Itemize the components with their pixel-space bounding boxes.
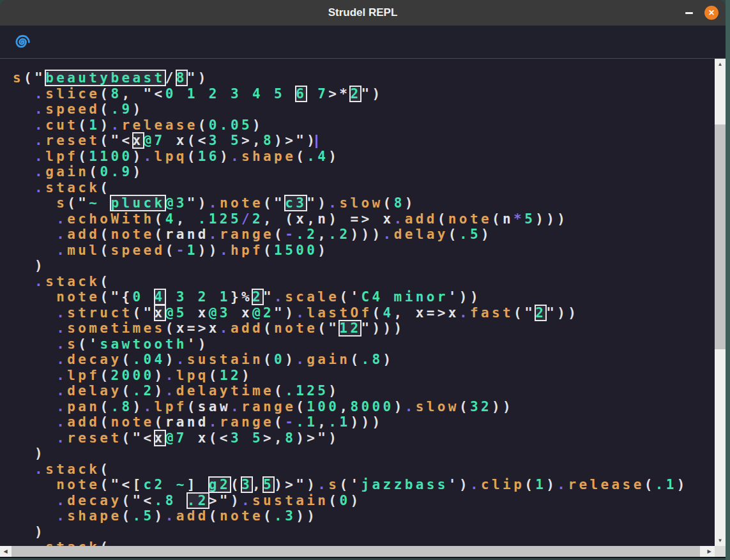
code-line: .reset("<x@7 x(<3 5>,8)>") [13,133,715,149]
code-token: ( [328,493,339,508]
code-token: ( [524,477,535,492]
code-token: x [155,305,165,321]
scroll-left-button[interactable]: ◀ [0,546,11,557]
code-token: ( [274,227,285,242]
code-token: add [67,414,100,430]
code-token: ( [263,352,274,367]
code-token: / [241,211,252,227]
code-token: ( [100,180,110,195]
code-token: . [56,305,67,321]
code-token: lpf [155,399,187,414]
code-token: 2 [252,211,263,227]
code-token: note [220,195,263,211]
code-token: . [56,430,67,446]
code-token: sustain [252,493,328,508]
code-token: )) [198,243,220,258]
code-token [13,164,34,179]
code-token: 5 [524,211,535,227]
code-token: . [56,508,67,524]
code-token: ) [220,149,231,164]
code-token: 0.05 [209,117,252,133]
code-token: .5 [133,508,155,524]
code-token: )) [492,399,513,414]
vertical-scrollbar[interactable]: ▲ ▼ [715,59,726,546]
code-token: . [231,399,241,414]
code-token: @5 [165,305,187,321]
scroll-right-button[interactable]: ▶ [704,546,715,557]
code-token: . [144,399,155,414]
code-token [13,352,56,367]
code-token: lpq [155,149,187,164]
code-token: . [56,321,67,336]
vertical-scrollbar-thumb[interactable] [715,125,726,349]
minimize-button[interactable] [682,6,696,20]
code-token: ) [405,195,416,211]
scroll-left-icon: ◀ [3,549,7,554]
code-token: c3 [285,195,307,211]
code-token: ( [155,227,165,242]
code-token: struct [67,305,132,321]
code-token: . [56,211,67,227]
code-token: >, [241,133,263,148]
code-token: >, [263,430,285,446]
horizontal-scrollbar[interactable]: ◀ ▶ [0,546,715,557]
code-token: ~ [89,195,110,211]
code-token: * [513,211,524,227]
code-token: ) [677,477,688,492]
code-token: sustain [187,352,263,367]
toolbar [0,26,726,59]
scroll-down-button[interactable]: ▼ [715,535,726,546]
code-token: >* [328,86,350,102]
close-button[interactable]: ✕ [704,6,719,20]
code-token: ") [361,86,383,102]
code-token: ( [100,102,110,117]
code-token: ( [100,368,110,383]
code-token: n [503,211,513,227]
code-token: .8 [155,493,187,508]
code-token: , [317,227,328,242]
code-token: note [56,289,100,305]
strudel-logo-icon[interactable] [13,34,30,50]
code-token: 0 1 2 3 4 5 [165,86,296,102]
code-token: hpf [231,243,263,258]
code-token: .8 [110,399,132,414]
code-token: lpf [67,368,100,383]
code-token: ") [187,70,209,86]
code-line: .add(note(rand.range(-.1,.1))) [13,414,715,430]
code-token: 3 2 1 [165,289,231,305]
code-token: .4 [307,149,328,164]
code-token: , [176,211,198,227]
code-line: note("{0 4 3 2 1}%2".scale('C4 minor')) [13,289,715,305]
code-token: ( [350,352,361,367]
code-token: 6 [296,86,307,102]
code-area[interactable]: s("beautybeast/8") .slice(8, "<0 1 2 3 4… [0,59,715,546]
code-token: ) [13,524,45,540]
code-line: .shape(.5).add(note(.3)) [13,508,715,524]
code-token: ( [100,414,110,430]
code-token: (" [513,305,535,321]
code-token: 32 [470,399,492,414]
code-token: s [67,337,78,352]
code-token: ") [307,195,328,211]
code-token: c2 ~ [144,477,187,492]
code-token: speed [45,102,100,117]
code-token: ) [155,508,165,524]
code-token: . [176,352,187,367]
code-token: ( [187,399,198,414]
scroll-up-button[interactable]: ▲ [715,59,726,70]
code-token: .2 [187,493,209,508]
code-token: 5 [263,477,274,492]
code-token: . [459,305,470,321]
code-token: (' [339,289,361,305]
code-token: ( [78,117,89,133]
titlebar[interactable]: Strudel REPL ✕ [0,0,726,26]
code-line: .lpf(1100).lpq(16).shape(.4) [13,149,715,165]
code-token: . [34,133,45,148]
code-token: range [220,227,274,242]
code-token [13,462,34,477]
code-token [13,540,34,546]
code-token: ))) [535,211,568,227]
horizontal-scrollbar-thumb[interactable] [11,546,700,557]
code-token: ") [187,195,209,211]
code-token: ') [448,477,470,492]
